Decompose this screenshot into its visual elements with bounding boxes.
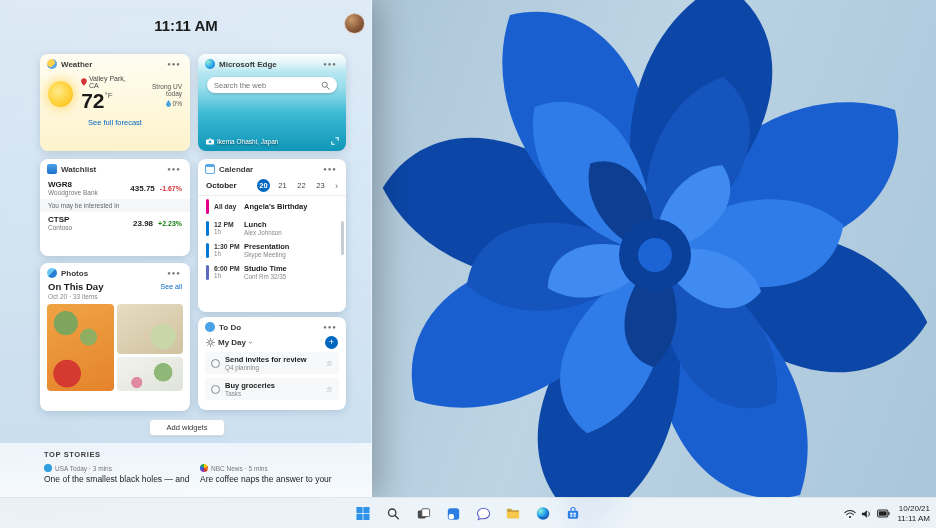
- calendar-event[interactable]: 6:00 PM 1h Studio Time Conf Rm 32/35: [198, 261, 346, 283]
- task-view-button[interactable]: [411, 501, 436, 526]
- volume-icon: [861, 509, 872, 519]
- event-title: Angela's Birthday: [244, 202, 307, 211]
- star-icon[interactable]: ☆: [326, 359, 333, 368]
- more-options-icon[interactable]: ●●●: [165, 164, 183, 174]
- add-widgets-button[interactable]: Add widgets: [149, 419, 225, 436]
- search-button[interactable]: [381, 501, 406, 526]
- see-full-forecast-link[interactable]: See full forecast: [40, 118, 190, 127]
- weather-condition: Strong UV today: [136, 83, 182, 97]
- microsoft-store-button[interactable]: [561, 501, 586, 526]
- event-color-bar: [206, 221, 209, 236]
- more-options-icon[interactable]: ●●●: [165, 268, 183, 278]
- desktop: 11:11 AM Weather ●●● Valley Park, CA: [0, 0, 936, 528]
- more-options-icon[interactable]: ●●●: [321, 322, 339, 332]
- edge-widget[interactable]: Microsoft Edge ●●● Ikema Ohashi, Japan: [198, 54, 346, 151]
- event-title: Lunch: [244, 220, 282, 229]
- start-button[interactable]: [351, 501, 376, 526]
- calendar-widget[interactable]: Calendar ●●● October 20 21 22 23 › All d…: [198, 159, 346, 312]
- more-options-icon[interactable]: ●●●: [321, 59, 339, 69]
- photos-heading: On This Day: [48, 281, 103, 292]
- search-icon: [321, 81, 330, 90]
- widget-title: Microsoft Edge: [219, 60, 277, 69]
- stock-symbol: CTSP: [48, 215, 72, 224]
- chevron-down-icon[interactable]: ›: [246, 341, 255, 344]
- stock-row[interactable]: WGR8 Woodgrove Bank 435.75 -1.67%: [40, 177, 190, 199]
- next-days-chevron-icon[interactable]: ›: [335, 181, 338, 191]
- calendar-month[interactable]: October: [206, 181, 237, 190]
- news-story[interactable]: NBC News · 5 mins Are coffee naps the an…: [200, 464, 346, 485]
- stock-change: +2.23%: [158, 220, 182, 227]
- wallpaper-flower: [330, 0, 936, 525]
- battery-icon: [877, 509, 890, 518]
- weather-widget-icon: [47, 59, 57, 69]
- event-subtitle: Skype Meeting: [244, 251, 289, 258]
- web-search-bar[interactable]: [207, 77, 337, 93]
- taskbar: 10/20/21 11:11 AM: [0, 497, 936, 528]
- photo-thumbnail[interactable]: [47, 304, 114, 391]
- edge-logo-icon: [536, 506, 551, 521]
- precip-chance: 0%: [173, 100, 182, 107]
- task-item[interactable]: Buy groceries Tasks ☆: [205, 378, 339, 400]
- panel-clock: 11:11 AM: [0, 17, 372, 34]
- folder-icon: [506, 506, 521, 521]
- watchlist-widget[interactable]: Watchlist ●●● WGR8 Woodgrove Bank 435.75…: [40, 159, 190, 256]
- add-task-button[interactable]: +: [325, 336, 338, 349]
- event-time: 12 PM: [214, 221, 244, 228]
- user-avatar[interactable]: [344, 13, 365, 34]
- photo-thumbnail[interactable]: [117, 357, 184, 391]
- calendar-day-20[interactable]: 20: [257, 179, 270, 192]
- event-duration: 1h: [214, 228, 244, 235]
- photos-widget[interactable]: Photos ●●● On This Day See all Oct 20 · …: [40, 263, 190, 411]
- calendar-event[interactable]: 1:30 PM 1h Presentation Skype Meeting: [198, 239, 346, 261]
- search-input[interactable]: [214, 81, 321, 90]
- more-options-icon[interactable]: ●●●: [165, 59, 183, 69]
- story-headline[interactable]: Are coffee naps the answer to your: [200, 474, 346, 485]
- photo-caption: Ikema Ohashi, Japan: [217, 138, 278, 145]
- event-duration: 1h: [214, 272, 244, 279]
- calendar-widget-icon: [205, 164, 215, 174]
- task-item[interactable]: Send invites for review Q4 planning ☆: [205, 352, 339, 374]
- calendar-day-23[interactable]: 23: [314, 179, 327, 192]
- calendar-event[interactable]: 12 PM 1h Lunch Alex Johnson: [198, 217, 346, 239]
- event-color-bar: [206, 265, 209, 280]
- taskbar-clock[interactable]: 10/20/21 11:11 AM: [897, 504, 930, 524]
- todo-list-name[interactable]: My Day: [218, 338, 246, 347]
- stock-name: Woodgrove Bank: [48, 189, 98, 196]
- store-bag-icon: [566, 506, 581, 521]
- calendar-scrollbar[interactable]: [341, 221, 344, 255]
- widgets-button[interactable]: [441, 501, 466, 526]
- stock-price: 23.98: [133, 219, 153, 228]
- watchlist-widget-icon: [47, 164, 57, 174]
- chat-button[interactable]: [471, 501, 496, 526]
- task-complete-circle[interactable]: [211, 359, 220, 368]
- weather-widget[interactable]: Weather ●●● Valley Park, CA 72 °F: [40, 54, 190, 151]
- event-title: Presentation: [244, 242, 289, 251]
- interest-label: You may be interested in: [40, 199, 190, 212]
- task-complete-circle[interactable]: [211, 385, 220, 394]
- temperature-value: 72: [81, 90, 104, 111]
- star-icon[interactable]: ☆: [326, 385, 333, 394]
- more-options-icon[interactable]: ●●●: [321, 164, 339, 174]
- my-day-sun-icon: [206, 338, 215, 347]
- news-story[interactable]: USA Today · 3 mins One of the smallest b…: [44, 464, 190, 485]
- todo-widget[interactable]: To Do ●●● My Day › +: [198, 317, 346, 410]
- see-all-link[interactable]: See all: [161, 283, 182, 290]
- system-tray-icons[interactable]: [844, 509, 890, 519]
- droplet-icon: [166, 100, 171, 107]
- file-explorer-button[interactable]: [501, 501, 526, 526]
- stock-row[interactable]: CTSP Contoso 23.98 +2.23%: [40, 212, 190, 234]
- photo-thumbnail[interactable]: [117, 304, 184, 354]
- calendar-event[interactable]: All day Angela's Birthday: [198, 196, 346, 217]
- stock-price: 435.75: [130, 184, 154, 193]
- widgets-panel: 11:11 AM Weather ●●● Valley Park, CA: [0, 0, 372, 497]
- event-color-bar: [206, 243, 209, 258]
- task-subtitle: Tasks: [225, 390, 275, 397]
- calendar-day-22[interactable]: 22: [295, 179, 308, 192]
- story-headline[interactable]: One of the smallest black holes — and: [44, 474, 190, 485]
- location-pin-icon: [81, 78, 87, 86]
- event-subtitle: Alex Johnson: [244, 229, 282, 236]
- widget-title: Weather: [61, 60, 92, 69]
- calendar-day-21[interactable]: 21: [276, 179, 289, 192]
- expand-icon[interactable]: [331, 137, 339, 145]
- edge-browser-button[interactable]: [531, 501, 556, 526]
